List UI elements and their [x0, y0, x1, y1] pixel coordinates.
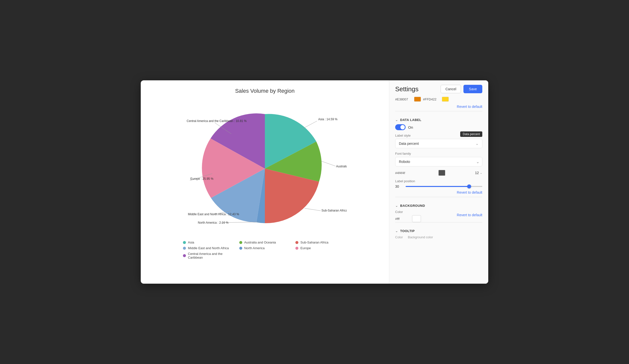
legend-item-asia: Asia — [183, 241, 234, 244]
color-hex-input-2[interactable] — [423, 97, 440, 101]
australia-label: Australia and Oceania : 8.11 % — [336, 165, 347, 168]
background-color-left: Color — [395, 210, 421, 222]
background-color-row: Color Revert to default — [395, 210, 482, 222]
data-label-section: ⌄ DATA LABEL On Label style Data percent… — [395, 111, 482, 194]
tooltip-heading: TOOLTIP — [400, 229, 415, 233]
settings-title: Settings — [395, 85, 419, 93]
chevron-down-icon-data-label: ⌄ — [395, 118, 398, 122]
asia-label: Asia : 14.59 % — [318, 117, 337, 121]
europe-label: Europe : 25.95 % — [190, 177, 213, 181]
font-family-select[interactable]: Roboto Arial Helvetica — [395, 157, 482, 166]
font-family-select-wrapper: Roboto Arial Helvetica ⌄ — [395, 157, 482, 166]
color-group-2 — [423, 97, 449, 102]
background-color-swatch[interactable] — [412, 215, 421, 222]
middle-east-label: Middle East and North Africa : 12.43 % — [188, 212, 239, 216]
background-color-label: Color — [395, 210, 421, 214]
settings-header: Settings Cancel Save — [389, 80, 488, 97]
legend-label-asia: Asia — [188, 241, 194, 244]
chart-area: Asia : 14.59 % Australia and Oceania : 8… — [183, 99, 347, 238]
label-style-value: Data percent — [399, 142, 419, 146]
label-style-select[interactable]: Data percent ⌄ — [395, 139, 482, 148]
slider-thumb — [467, 184, 471, 188]
revert-link-background[interactable]: Revert to default — [457, 213, 482, 217]
chart-title: Sales Volume by Region — [235, 88, 295, 94]
chevron-down-icon-background: ⌄ — [395, 204, 398, 207]
asia-label-line — [302, 121, 317, 129]
legend-dot-australia — [239, 241, 242, 244]
pie-chart-svg: Asia : 14.59 % Australia and Oceania : 8… — [183, 99, 347, 238]
label-style-tooltip: Data percent — [460, 131, 482, 137]
section-divider-background — [395, 197, 482, 197]
slider-row: 30 — [395, 184, 482, 188]
legend-label-australia: Australia and Oceania — [244, 241, 276, 244]
legend-item-australia: Australia and Oceania — [239, 241, 291, 244]
chevron-down-icon-label-style: ⌄ — [475, 142, 478, 146]
label-position-label: Label position — [395, 179, 482, 183]
font-size-group: 12 ⌄ — [475, 171, 482, 175]
central-america-label: Central America and the Caribbean : 10.8… — [187, 119, 247, 123]
north-america-label: North America : 2.16 % — [198, 221, 229, 224]
legend-dot-asia — [183, 241, 186, 244]
legend-dot-north-america — [239, 247, 242, 250]
legend-item-middle-east: Middle East and North Africa — [183, 246, 234, 250]
color-swatch-2[interactable] — [442, 97, 449, 102]
australia-label-line — [321, 161, 336, 166]
legend-label-north-america: North America — [244, 246, 265, 250]
legend-item-europe: Europe — [295, 246, 347, 250]
font-size-dropdown-icon[interactable]: ⌄ — [480, 171, 482, 175]
label-style-select-wrapper: Data percent ⌄ Data percent — [395, 139, 482, 148]
subsaharan-label: Sub-Saharan Africa : 25.95 % — [321, 209, 347, 212]
legend-label-europe: Europe — [300, 246, 311, 250]
legend-item-subsaharan: Sub-Saharan Africa — [295, 241, 347, 244]
section-divider-data-label — [395, 111, 482, 111]
color-hex-input-1[interactable] — [395, 97, 413, 101]
font-color-hex-input[interactable] — [395, 171, 437, 175]
settings-body: Revert to default ⌄ DATA LABEL On Label … — [389, 97, 488, 244]
legend-label-middle-east: Middle East and North Africa — [188, 246, 229, 250]
tooltip-labels-row: Color Background color — [395, 235, 482, 239]
tooltip-bg-color-label: Background color — [408, 235, 433, 239]
background-section: ⌄ BACKGROUND Color Revert to default — [395, 197, 482, 222]
font-color-swatch[interactable] — [438, 170, 445, 176]
revert-link-colors[interactable]: Revert to default — [395, 105, 482, 109]
color-row-top — [395, 97, 482, 102]
font-color-group — [395, 170, 472, 176]
settings-actions: Cancel Save — [441, 85, 482, 93]
data-label-section-header[interactable]: ⌄ DATA LABEL — [395, 114, 482, 124]
toggle-label-on: On — [408, 125, 413, 129]
legend-label-subsaharan: Sub-Saharan Africa — [300, 241, 328, 244]
revert-link-data-label[interactable]: Revert to default — [395, 190, 482, 194]
save-button[interactable]: Save — [464, 85, 482, 93]
font-row: 12 ⌄ — [395, 170, 482, 176]
color-swatch-1[interactable] — [414, 97, 421, 102]
chart-panel: Sales Volume by Region — [141, 80, 389, 284]
background-color-hex-input[interactable] — [395, 217, 410, 221]
modal: Sales Volume by Region — [141, 80, 488, 284]
chart-legend: Asia Australia and Oceania Sub-Saharan A… — [183, 241, 347, 259]
data-label-heading: DATA LABEL — [400, 118, 422, 122]
chevron-down-icon-tooltip: ⌄ — [395, 229, 398, 233]
legend-item-north-america: North America — [239, 246, 291, 250]
font-family-label: Font family — [395, 152, 482, 156]
tooltip-section: ⌄ TOOLTIP Color Background color — [395, 222, 482, 239]
slider-value: 30 — [395, 184, 403, 188]
tooltip-section-header[interactable]: ⌄ TOOLTIP — [395, 225, 482, 235]
font-size-value: 12 — [475, 171, 479, 175]
legend-dot-europe — [295, 247, 298, 250]
tooltip-color-label: Color — [395, 235, 403, 239]
background-heading: BACKGROUND — [400, 204, 425, 207]
settings-panel: Settings Cancel Save Revert to default — [389, 80, 488, 284]
toggle-data-label[interactable] — [395, 124, 406, 130]
toggle-row: On — [395, 124, 482, 130]
color-group-1 — [395, 97, 421, 102]
section-divider-tooltip — [395, 222, 482, 222]
legend-dot-subsaharan — [295, 241, 298, 244]
legend-item-central-america: Central America and the Caribbean — [183, 252, 234, 259]
label-position-slider[interactable] — [406, 186, 482, 187]
legend-dot-middle-east — [183, 247, 186, 250]
legend-label-central-america: Central America and the Caribbean — [188, 252, 234, 259]
legend-dot-central-america — [183, 254, 186, 257]
background-section-header[interactable]: ⌄ BACKGROUND — [395, 200, 482, 210]
cancel-button[interactable]: Cancel — [441, 85, 461, 93]
background-color-field-row — [395, 215, 421, 222]
